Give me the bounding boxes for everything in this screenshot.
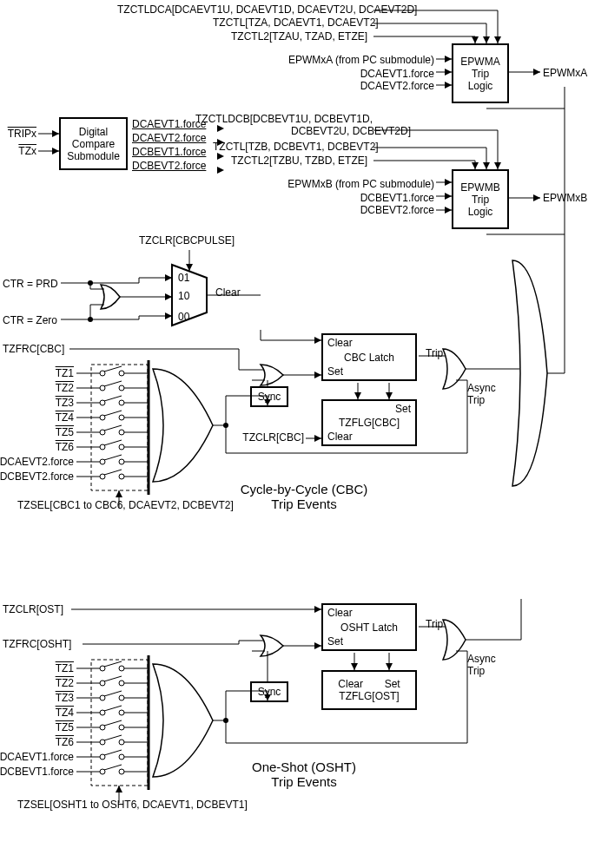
svg-marker-41	[217, 167, 224, 174]
svg-marker-127	[314, 337, 321, 344]
svg-rect-145	[91, 660, 148, 786]
svg-marker-212	[351, 663, 358, 670]
svg-marker-113	[264, 399, 271, 405]
svg-point-174	[119, 740, 124, 745]
svg-line-185	[104, 765, 122, 770]
svg-marker-25	[472, 162, 479, 169]
svg-marker-62	[165, 312, 172, 319]
osht-wires	[0, 599, 608, 816]
svg-line-180	[104, 750, 122, 755]
svg-marker-207	[314, 606, 321, 613]
svg-point-78	[119, 400, 124, 405]
svg-point-179	[119, 754, 124, 760]
svg-marker-54	[165, 293, 172, 300]
svg-marker-27	[445, 179, 452, 186]
svg-marker-16	[533, 69, 540, 76]
svg-point-149	[119, 666, 124, 671]
svg-line-94	[104, 440, 122, 445]
svg-marker-124	[314, 372, 321, 378]
svg-marker-39	[217, 139, 224, 146]
svg-line-69	[104, 366, 122, 372]
svg-point-164	[119, 710, 124, 715]
svg-marker-35	[52, 130, 59, 137]
svg-rect-64	[91, 365, 148, 490]
svg-point-154	[119, 681, 124, 686]
svg-marker-133	[386, 392, 393, 399]
svg-marker-12	[445, 69, 452, 76]
svg-marker-38	[217, 125, 224, 132]
svg-line-170	[104, 720, 122, 726]
svg-point-93	[119, 444, 124, 450]
svg-marker-194	[264, 694, 271, 700]
svg-point-68	[119, 371, 124, 376]
svg-marker-188	[116, 786, 122, 792]
svg-line-150	[104, 661, 122, 667]
svg-line-74	[104, 381, 122, 386]
svg-marker-29	[445, 193, 452, 200]
svg-point-83	[119, 415, 124, 420]
svg-point-88	[119, 430, 124, 435]
svg-marker-2	[494, 36, 501, 43]
svg-point-103	[119, 474, 124, 479]
svg-marker-205	[314, 642, 321, 649]
svg-marker-8	[472, 36, 479, 43]
svg-line-175	[104, 735, 122, 740]
svg-marker-135	[314, 435, 321, 442]
svg-marker-10	[445, 56, 452, 62]
svg-line-99	[104, 455, 122, 460]
svg-line-155	[104, 676, 122, 681]
svg-line-89	[104, 425, 122, 431]
svg-marker-40	[217, 153, 224, 160]
svg-marker-37	[52, 148, 59, 155]
svg-marker-131	[354, 392, 361, 399]
svg-marker-58	[165, 274, 172, 281]
svg-marker-14	[445, 82, 452, 89]
svg-line-104	[104, 470, 122, 475]
svg-marker-31	[445, 207, 452, 214]
svg-marker-107	[116, 490, 122, 497]
svg-marker-42	[172, 265, 207, 326]
svg-line-165	[104, 706, 122, 711]
dc-wires	[0, 113, 235, 182]
svg-point-73	[119, 385, 124, 391]
svg-marker-5	[483, 36, 490, 43]
svg-line-79	[104, 396, 122, 401]
svg-point-98	[119, 459, 124, 464]
svg-line-84	[104, 411, 122, 416]
svg-line-160	[104, 691, 122, 696]
svg-marker-214	[386, 663, 393, 670]
svg-point-169	[119, 725, 124, 730]
svg-point-159	[119, 695, 124, 700]
svg-point-184	[119, 769, 124, 774]
